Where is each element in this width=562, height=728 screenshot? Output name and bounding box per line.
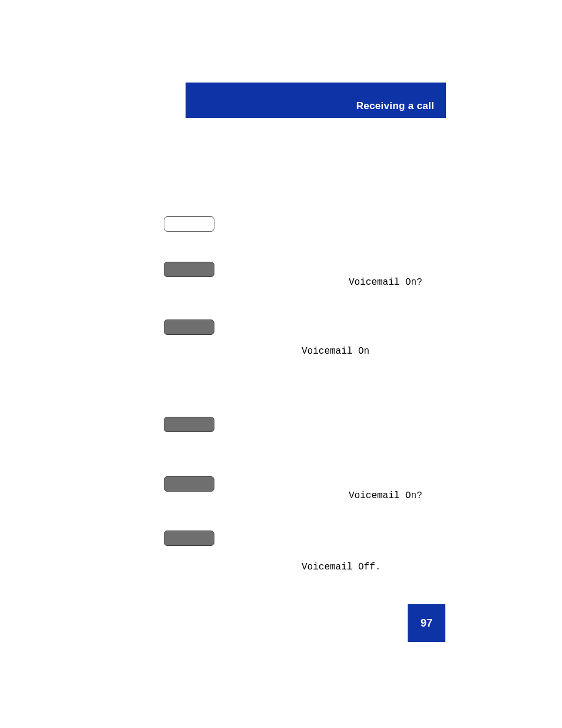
display-text: Voicemail On? (349, 277, 422, 288)
section-title: Receiving a call (356, 100, 434, 112)
softkey-button-icon (164, 262, 214, 277)
softkey-button-icon (164, 319, 214, 335)
softkey-button-icon (164, 417, 214, 432)
document-page: Receiving a call Voicemail On? Voicemail… (0, 0, 562, 728)
header-bar: Receiving a call (186, 83, 446, 118)
display-text: Voicemail On (302, 346, 369, 357)
softkey-button-icon (164, 476, 214, 492)
display-text: Voicemail On? (349, 490, 422, 501)
page-number-badge: 97 (408, 604, 445, 642)
display-text: Voicemail Off. (302, 562, 381, 572)
page-number: 97 (421, 617, 432, 630)
softkey-outline-icon (164, 216, 214, 232)
softkey-button-icon (164, 531, 214, 546)
